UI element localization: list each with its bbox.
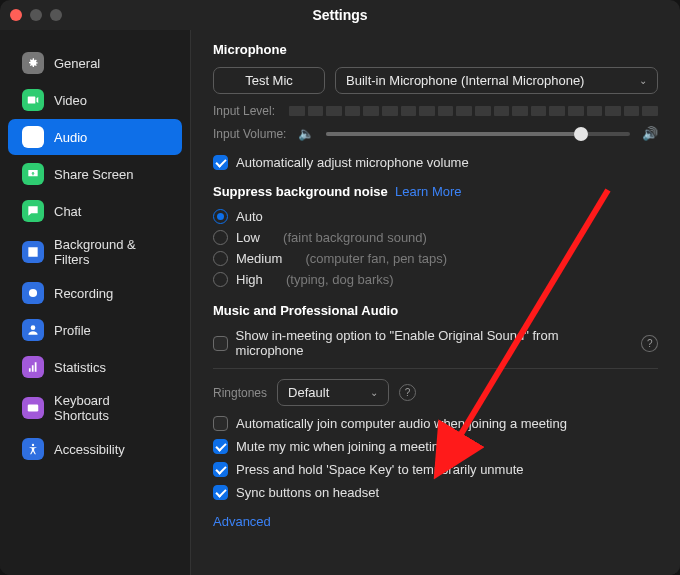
sidebar-item-label: Accessibility (54, 442, 125, 457)
help-icon[interactable]: ? (399, 384, 416, 401)
sidebar-item-label: General (54, 56, 100, 71)
recording-icon (22, 282, 44, 304)
sidebar-item-chat[interactable]: Chat (8, 193, 182, 229)
sidebar-item-share-screen[interactable]: Share Screen (8, 156, 182, 192)
mic-device-value: Built-in Microphone (Internal Microphone… (346, 73, 584, 88)
sidebar-item-statistics[interactable]: Statistics (8, 349, 182, 385)
accessibility-icon (22, 438, 44, 460)
input-volume-slider[interactable] (326, 132, 630, 136)
minimize-icon[interactable] (30, 9, 42, 21)
settings-window: Settings General Video Audio Share Scree… (0, 0, 680, 575)
suppress-medium-radio[interactable]: Medium (computer fan, pen taps) (213, 251, 658, 266)
profile-icon (22, 319, 44, 341)
background-icon (22, 241, 44, 263)
sidebar-item-background-filters[interactable]: Background & Filters (8, 230, 182, 274)
window-controls (10, 9, 62, 21)
sync-headset-checkbox[interactable]: Sync buttons on headset (213, 485, 658, 500)
input-volume-label: Input Volume: (213, 127, 286, 141)
sidebar-item-video[interactable]: Video (8, 82, 182, 118)
main-panel: Microphone Test Mic Built-in Microphone … (191, 30, 680, 575)
advanced-link[interactable]: Advanced (213, 514, 658, 529)
chevron-down-icon: ⌄ (639, 75, 647, 86)
original-sound-checkbox[interactable]: Show in-meeting option to "Enable Origin… (213, 328, 658, 358)
ringtones-select[interactable]: Default ⌄ (277, 379, 389, 406)
statistics-icon (22, 356, 44, 378)
sidebar-item-label: Audio (54, 130, 87, 145)
share-screen-icon (22, 163, 44, 185)
sidebar-item-label: Statistics (54, 360, 106, 375)
sidebar-item-label: Profile (54, 323, 91, 338)
suppress-low-radio[interactable]: Low (faint background sound) (213, 230, 658, 245)
input-level-meter (289, 106, 658, 116)
sidebar-item-label: Recording (54, 286, 113, 301)
space-to-unmute-checkbox[interactable]: Press and hold 'Space Key' to temporaril… (213, 462, 658, 477)
sidebar-item-audio[interactable]: Audio (8, 119, 182, 155)
microphone-heading: Microphone (213, 42, 658, 57)
sidebar-item-accessibility[interactable]: Accessibility (8, 431, 182, 467)
chevron-down-icon: ⌄ (370, 387, 378, 398)
ringtones-value: Default (288, 385, 329, 400)
help-icon[interactable]: ? (641, 335, 658, 352)
svg-point-0 (29, 289, 37, 297)
chat-icon (22, 200, 44, 222)
ringtones-label: Ringtones (213, 386, 267, 400)
auto-join-audio-checkbox[interactable]: Automatically join computer audio when j… (213, 416, 658, 431)
sidebar-item-label: Background & Filters (54, 237, 168, 267)
svg-point-1 (31, 325, 36, 330)
suppress-high-radio[interactable]: High (typing, dog barks) (213, 272, 658, 287)
sidebar-item-profile[interactable]: Profile (8, 312, 182, 348)
mute-on-join-checkbox[interactable]: Mute my mic when joining a meeting (213, 439, 658, 454)
sidebar-item-keyboard-shortcuts[interactable]: Keyboard Shortcuts (8, 386, 182, 430)
close-icon[interactable] (10, 9, 22, 21)
svg-point-3 (32, 444, 34, 446)
svg-rect-2 (28, 405, 39, 412)
sidebar-item-label: Share Screen (54, 167, 134, 182)
volume-low-icon: 🔈 (298, 126, 314, 141)
input-level-label: Input Level: (213, 104, 275, 118)
sidebar-item-label: Video (54, 93, 87, 108)
keyboard-icon (22, 397, 44, 419)
sidebar: General Video Audio Share Screen Chat Ba… (0, 30, 191, 575)
video-icon (22, 89, 44, 111)
divider (213, 368, 658, 369)
mic-device-select[interactable]: Built-in Microphone (Internal Microphone… (335, 67, 658, 94)
titlebar: Settings (0, 0, 680, 30)
sidebar-item-label: Chat (54, 204, 81, 219)
volume-high-icon: 🔊 (642, 126, 658, 141)
sidebar-item-label: Keyboard Shortcuts (54, 393, 168, 423)
sidebar-item-recording[interactable]: Recording (8, 275, 182, 311)
music-audio-heading: Music and Professional Audio (213, 303, 658, 318)
gear-icon (22, 52, 44, 74)
auto-adjust-checkbox[interactable]: Automatically adjust microphone volume (213, 155, 658, 170)
window-title: Settings (0, 0, 680, 30)
headphones-icon (22, 126, 44, 148)
sidebar-item-general[interactable]: General (8, 45, 182, 81)
suppress-noise-heading: Suppress background noise Learn More (213, 184, 658, 199)
test-mic-button[interactable]: Test Mic (213, 67, 325, 94)
learn-more-link[interactable]: Learn More (395, 184, 461, 199)
maximize-icon[interactable] (50, 9, 62, 21)
suppress-auto-radio[interactable]: Auto (213, 209, 658, 224)
